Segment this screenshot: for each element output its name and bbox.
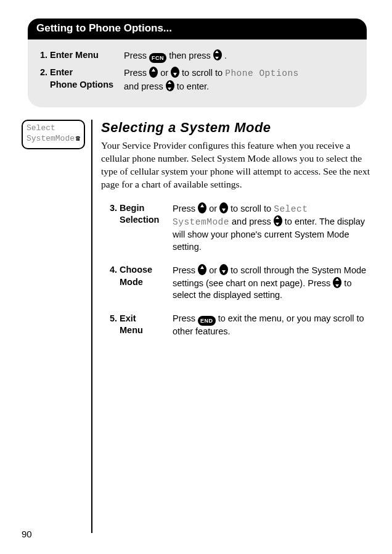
step-number: 1. xyxy=(36,49,50,63)
step-desc: Press or to scroll to Select SystemMode … xyxy=(173,202,370,253)
step-label: Choose Mode xyxy=(120,264,173,302)
text: or xyxy=(209,204,219,213)
text: then press xyxy=(169,51,213,60)
section-title: Selecting a System Mode xyxy=(101,120,370,136)
text: or xyxy=(209,265,219,275)
main-columns: Select SystemMode ☎ Selecting a System M… xyxy=(22,120,370,533)
text: Selection xyxy=(120,215,159,225)
text: Press xyxy=(124,51,149,60)
text: Phone Options xyxy=(50,80,113,89)
text: Menu xyxy=(120,325,143,335)
step-number: 4. xyxy=(101,264,120,302)
text: or xyxy=(160,68,171,78)
display-line: Select xyxy=(27,123,80,134)
text: Press xyxy=(173,204,198,213)
step-number: 3. xyxy=(101,202,120,253)
text: and press xyxy=(124,81,166,91)
step-5: 5. Exit Menu Press END to exit the menu,… xyxy=(101,313,370,338)
text: Enter xyxy=(50,67,73,77)
phone-display-preview: Select SystemMode ☎ xyxy=(22,120,85,149)
lcd-text: SystemMode xyxy=(173,217,229,227)
fcn-key-icon: FCN xyxy=(149,53,166,63)
step-3: 3. Begin Selection Press or to scroll to… xyxy=(101,202,370,253)
text: and press xyxy=(232,217,274,226)
up-key-icon xyxy=(198,202,206,213)
opt-step-1: 1. Enter Menu Press FCN then press . xyxy=(36,49,358,63)
text: Choose xyxy=(120,265,152,275)
step-desc: Press or to scroll through the System Mo… xyxy=(173,264,370,302)
display-line: SystemMode xyxy=(27,134,75,144)
text: Press xyxy=(173,313,198,323)
step-4: 4. Choose Mode Press or to scroll throug… xyxy=(101,264,370,302)
updown-key-icon xyxy=(333,277,341,288)
phone-options-header: Getting to Phone Options... xyxy=(28,19,367,39)
text: Begin xyxy=(120,203,144,213)
step-desc: Press or to scroll to Phone Options and … xyxy=(124,67,358,93)
end-key-icon: END xyxy=(198,316,216,326)
step-label: Begin Selection xyxy=(120,202,173,253)
text: Press xyxy=(124,68,149,78)
text: to scroll to xyxy=(182,68,225,78)
updown-key-icon xyxy=(166,80,174,91)
updown-key-icon xyxy=(213,49,222,60)
down-key-icon xyxy=(219,202,228,213)
step-label: Exit Menu xyxy=(120,313,173,338)
side-column: Select SystemMode ☎ xyxy=(22,120,91,533)
lcd-text: Select xyxy=(274,204,308,214)
up-key-icon xyxy=(198,264,206,275)
text: to enter. xyxy=(177,81,209,91)
down-key-icon xyxy=(171,67,179,78)
step-number: 5. xyxy=(101,313,120,338)
updown-key-icon xyxy=(274,215,282,226)
up-key-icon xyxy=(149,67,158,78)
page-number: 90 xyxy=(22,529,32,539)
content-column: Selecting a System Mode Your Service Pro… xyxy=(91,120,370,533)
manual-page: Getting to Phone Options... 1. Enter Men… xyxy=(0,0,392,554)
opt-step-2: 2. Enter Phone Options Press or to scrol… xyxy=(36,67,358,93)
phone-options-box: Getting to Phone Options... 1. Enter Men… xyxy=(28,19,367,107)
lcd-text: Phone Options xyxy=(225,68,299,78)
text: . xyxy=(224,51,227,60)
step-label: Enter Phone Options xyxy=(50,67,124,93)
step-label: Enter Menu xyxy=(50,49,124,63)
phone-options-body: 1. Enter Menu Press FCN then press . 2. … xyxy=(28,39,367,107)
section-intro: Your Service Provider configures this fe… xyxy=(101,139,370,191)
text: Press xyxy=(173,265,198,275)
step-desc: Press END to exit the menu, or you may s… xyxy=(173,313,370,338)
text: to scroll to xyxy=(231,204,274,213)
text: Mode xyxy=(120,277,143,287)
phone-icon: ☎ xyxy=(76,134,80,144)
down-key-icon xyxy=(219,264,228,275)
step-number: 2. xyxy=(36,67,50,93)
text: Exit xyxy=(120,313,136,323)
step-desc: Press FCN then press . xyxy=(124,49,358,63)
